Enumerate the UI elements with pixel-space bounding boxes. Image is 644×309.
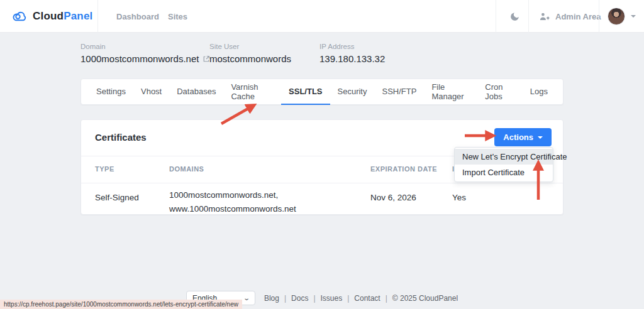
separator: | xyxy=(284,294,286,303)
tab-cron-jobs[interactable]: Cron Jobs xyxy=(477,79,523,105)
brand-logo[interactable]: CloudPanel xyxy=(11,0,93,33)
site-info-bar: Domain 1000mostcommonwords.net Site User… xyxy=(80,43,564,68)
column-header-domains: Domains xyxy=(169,165,204,173)
moon-icon xyxy=(509,11,520,22)
nav-link-dashboard[interactable]: Dashboard xyxy=(116,0,159,33)
cell-expiration-date: Nov 6, 2026 xyxy=(370,191,416,205)
site-user-field: Site User mostcommonwords xyxy=(209,43,291,64)
tab-file-manager[interactable]: File Manager xyxy=(424,79,477,105)
navbar-divider xyxy=(528,0,529,33)
dark-mode-toggle[interactable] xyxy=(509,0,520,33)
chevron-down-icon: ⌄ xyxy=(243,295,250,301)
domain-line-2: www.1000mostcommonwords.net xyxy=(169,204,296,214)
domain-label: Domain xyxy=(80,43,210,50)
separator: | xyxy=(386,294,387,303)
domain-field: Domain 1000mostcommonwords.net xyxy=(80,43,210,64)
menu-item-new-lets-encrypt-certificate[interactable]: New Let's Encrypt Certificate xyxy=(455,149,553,165)
site-user-value: mostcommonwords xyxy=(209,53,291,64)
admin-area-link[interactable]: Admin Area xyxy=(540,0,601,33)
column-header-type: Type xyxy=(95,165,114,173)
certificates-title: Certificates xyxy=(95,132,147,143)
chevron-down-icon xyxy=(631,15,636,18)
cell-type: Self-Signed xyxy=(95,191,139,205)
actions-dropdown-menu: New Let's Encrypt Certificate Import Cer… xyxy=(454,147,553,182)
tab-varnish-cache[interactable]: Varnish Cache xyxy=(223,79,281,105)
brand-name: CloudPanel xyxy=(33,10,93,23)
tab-security[interactable]: Security xyxy=(330,79,375,105)
cloudpanel-page: CloudPanel Dashboard Sites Admi xyxy=(0,0,644,309)
tab-ssl-tls[interactable]: SSL/TLS xyxy=(281,79,330,105)
footer-links: Blog | Docs | Issues | Contact | © 2025 … xyxy=(264,294,458,303)
actions-button-label: Actions xyxy=(503,133,533,142)
navbar-divider xyxy=(599,0,599,33)
ip-address-field: IP Address 139.180.133.32 xyxy=(319,43,385,64)
top-navbar: CloudPanel Dashboard Sites Admi xyxy=(0,0,644,33)
cloud-logo-icon xyxy=(11,10,28,23)
admin-area-label: Admin Area xyxy=(555,12,601,21)
users-gear-icon xyxy=(540,12,551,21)
site-tabs: Settings Vhost Databases Varnish Cache S… xyxy=(80,79,564,105)
tab-databases[interactable]: Databases xyxy=(169,79,223,105)
separator: | xyxy=(347,294,349,303)
footer-link-contact[interactable]: Contact xyxy=(354,294,380,303)
site-user-label: Site User xyxy=(209,43,291,50)
nav-link-sites[interactable]: Sites xyxy=(168,0,187,33)
navbar-divider xyxy=(97,0,98,33)
navbar-divider xyxy=(496,0,496,33)
tab-settings[interactable]: Settings xyxy=(89,79,133,105)
cell-domains: 1000mostcommonwords.net, www.1000mostcom… xyxy=(169,188,296,216)
tab-ssh-ftp[interactable]: SSH/FTP xyxy=(374,79,424,105)
chevron-down-icon xyxy=(538,136,543,139)
column-header-expiration-date: Expiration Date xyxy=(370,165,437,173)
menu-item-import-certificate[interactable]: Import Certificate xyxy=(455,165,553,180)
user-menu[interactable] xyxy=(608,0,636,33)
link-preview-status-bar: https://cp.freehost.page/site/1000mostco… xyxy=(0,300,242,309)
tab-vhost[interactable]: Vhost xyxy=(133,79,169,105)
footer-link-issues[interactable]: Issues xyxy=(321,294,343,303)
avatar xyxy=(608,8,625,25)
domain-line-1: 1000mostcommonwords.net, xyxy=(169,190,278,200)
actions-button[interactable]: Actions xyxy=(494,128,552,146)
copyright: © 2025 CloudPanel xyxy=(392,294,458,303)
footer-link-blog[interactable]: Blog xyxy=(264,294,279,303)
separator: | xyxy=(313,294,315,303)
cell-in-use: Yes xyxy=(452,191,466,205)
ip-address-value: 139.180.133.32 xyxy=(319,53,385,64)
domain-value: 1000mostcommonwords.net xyxy=(80,53,199,64)
table-row: Self-Signed 1000mostcommonwords.net, www… xyxy=(81,183,563,215)
footer-link-docs[interactable]: Docs xyxy=(291,294,308,303)
tab-logs[interactable]: Logs xyxy=(523,79,555,105)
ip-address-label: IP Address xyxy=(319,43,385,50)
